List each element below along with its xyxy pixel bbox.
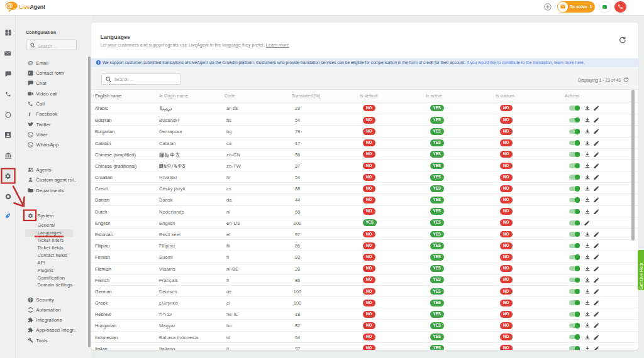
- svg-text:@: @: [28, 60, 33, 66]
- svg-text:@: @: [5, 1, 13, 10]
- svg-text:f: f: [28, 111, 31, 117]
